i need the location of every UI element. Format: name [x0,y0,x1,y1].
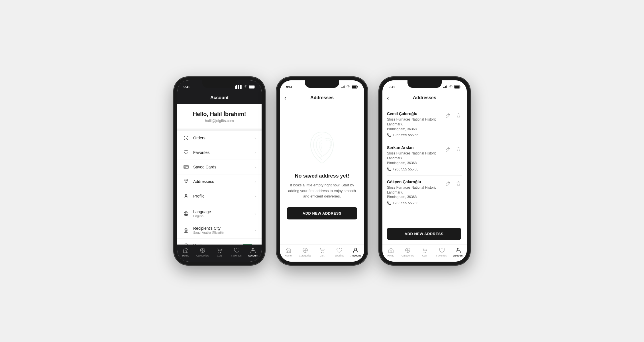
menu-section-1: Orders › Favorites › [177,131,262,203]
nav-account-3[interactable]: Account [451,247,465,257]
fav-icon-2 [336,247,342,253]
cart-icon-2 [319,247,325,253]
nav-cart-label-3: Cart [422,254,427,257]
edit-button-1[interactable] [445,111,452,119]
nav-cart-1[interactable]: Cart [212,247,227,257]
address-card-1: Cemil Çakıroğlu Sloss Furnaces National … [387,107,462,141]
svg-point-7 [185,194,187,196]
svg-point-25 [252,248,254,250]
orders-chevron: › [254,136,256,140]
add-address-button-empty[interactable]: ADD NEW ADDRESS [287,207,357,219]
addresses-title-2: Addresses [310,95,334,100]
recipient-city-chevron: › [254,228,256,233]
delete-button-3[interactable] [455,180,462,187]
delete-button-1[interactable] [455,111,462,119]
svg-rect-45 [445,86,446,88]
svg-rect-31 [352,86,356,88]
empty-description: It looks a little empty right now. Start… [287,182,357,199]
nav-cart-2[interactable]: Cart [315,247,329,257]
svg-point-9 [185,211,187,216]
menu-item-notifications[interactable]: Notifications NEW › [177,239,262,245]
greeting: Hello, Halil İbrahim! [183,111,256,117]
nav-categories-label-2: Categories [299,254,311,257]
empty-state: No saved address yet! It looks a little … [280,104,364,245]
home-icon-3 [388,247,394,253]
battery-icon-3 [454,85,460,89]
empty-icon [306,129,338,166]
phone-2: 9:41 [276,77,368,265]
nav-cart-3[interactable]: Cart [417,247,432,257]
nav-favorites-label-3: Favorites [436,254,447,257]
svg-rect-16 [185,251,187,253]
signal-icon-2 [341,85,345,88]
svg-rect-43 [443,87,444,88]
svg-rect-50 [390,251,392,253]
nav-home-2[interactable]: Home [281,247,295,257]
svg-rect-33 [288,251,289,253]
nav-categories-label-3: Categories [402,254,414,257]
address-list[interactable]: Cemil Çakıroğlu Sloss Furnaces National … [382,104,467,223]
nav-cart-label-2: Cart [319,254,324,257]
nav-home-3[interactable]: Home [384,247,398,257]
svg-point-40 [321,252,322,253]
svg-rect-1 [249,86,254,88]
address-actions-3 [445,180,462,187]
back-button-3[interactable]: ‹ [387,95,389,101]
notch-3 [407,80,442,88]
svg-point-35 [305,250,306,251]
delete-button-2[interactable] [455,145,462,153]
saved-cards-label: Saved Cards [193,165,254,169]
account-scroll[interactable]: Hello, Halil İbrahim! halil@joigifts.com… [177,104,262,245]
grid-icon-3 [405,247,411,253]
menu-item-language[interactable]: Language English › [177,205,262,222]
time-2: 9:41 [286,85,292,89]
nav-account-1[interactable]: Account [246,247,260,257]
add-btn-container: ADD NEW ADDRESS [382,223,467,245]
empty-title: No saved address yet! [295,173,349,179]
address-detail-2: Sloss Furnaces National Historic Landmar… [387,151,462,165]
menu-item-saved-cards[interactable]: Saved Cards › [177,160,262,174]
recipient-city-sublabel: Saudi Arabia (Riyadh) [193,231,254,234]
card-icon [183,164,189,170]
account-hero: Hello, Halil İbrahim! halil@joigifts.com [177,104,262,131]
add-address-button-3[interactable]: ADD NEW ADDRESS [387,228,461,240]
nav-favorites-2[interactable]: Favorites [332,247,346,257]
location-icon [183,178,189,185]
menu-item-profile[interactable]: Profile › [177,189,262,203]
fav-icon-3 [438,247,445,253]
svg-rect-14 [186,230,187,231]
menu-item-addresses[interactable]: Addressess › [177,174,262,189]
addresses-label: Addressess [193,179,254,184]
addresses-header-2: ‹ Addresses [280,92,364,104]
nav-account-2[interactable]: Account [349,247,363,257]
phone-icon-2: 📞 [387,167,391,171]
nav-favorites-1[interactable]: Favorites [229,247,243,257]
edit-button-3[interactable] [445,180,452,187]
svg-point-24 [220,252,221,253]
svg-rect-49 [460,86,460,87]
building-icon [183,227,189,233]
menu-item-recipient-city[interactable]: Recipient's City Saudi Arabia (Riyadh) › [177,222,262,239]
edit-button-2[interactable] [445,145,452,153]
nav-favorites-3[interactable]: Favorites [434,247,449,257]
menu-item-favorites[interactable]: Favorites › [177,145,262,160]
time-1: 9:41 [184,85,190,89]
svg-point-52 [407,250,408,251]
svg-rect-44 [445,87,445,88]
nav-categories-1[interactable]: Categories [195,247,210,257]
nav-home-1[interactable]: Home [179,247,193,257]
address-phone-1: 📞 +966 555 555 55 [387,133,462,137]
bell-icon [183,243,189,245]
time-3: 9:41 [389,85,395,89]
address-detail-3: Sloss Furnaces National Historic Landmar… [387,185,462,199]
nav-home-label-2: Home [285,254,292,257]
nav-categories-3[interactable]: Categories [401,247,415,257]
battery-icon-2 [352,85,358,89]
account-icon-1 [250,247,256,253]
nav-categories-2[interactable]: Categories [298,247,312,257]
svg-rect-4 [184,165,188,169]
back-button-2[interactable]: ‹ [284,95,286,101]
svg-rect-12 [184,229,188,233]
nav-account-label-2: Account [350,254,361,257]
menu-item-orders[interactable]: Orders › [177,131,262,145]
